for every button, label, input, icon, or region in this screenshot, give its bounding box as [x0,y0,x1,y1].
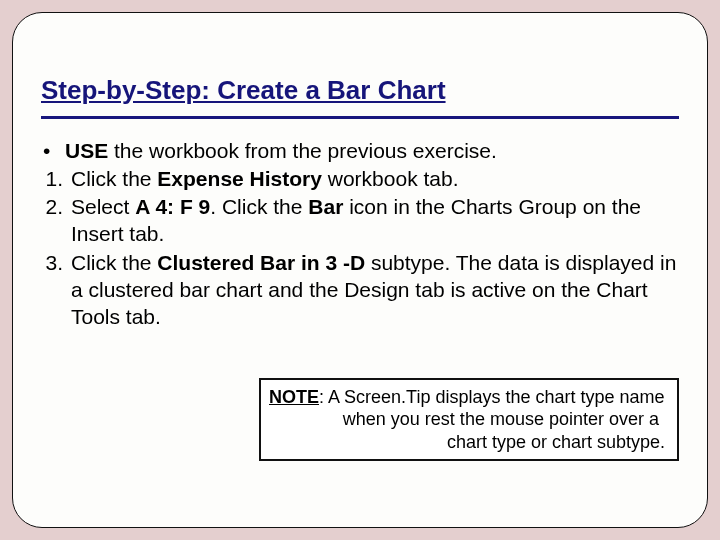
step-2-seg: Select [71,195,135,218]
step-text: Click the Clustered Bar in 3 -D subtype.… [71,249,679,331]
note-line-1-text: : A Screen.Tip displays the chart type n… [319,387,665,407]
step-2-seg: . Click the [210,195,308,218]
step-1-pre: Click the [71,167,157,190]
step-3-seg: Click the [71,251,157,274]
bullet-prefix: USE [65,139,108,162]
note-line-1: NOTE: A Screen.Tip displays the chart ty… [269,386,669,409]
note-box: NOTE: A Screen.Tip displays the chart ty… [259,378,679,462]
step-2-seg: A 4: F 9 [135,195,210,218]
slide-title: Step-by-Step: Create a Bar Chart [13,13,707,106]
bullet-rest: the workbook from the previous exercise. [108,139,497,162]
slide-card: Step-by-Step: Create a Bar Chart • USE t… [12,12,708,528]
note-line-3: chart type or chart subtype. [269,431,669,454]
step-row: 1. Click the Expense History workbook ta… [41,165,679,192]
step-number: 3. [41,249,71,331]
bullet-text: USE the workbook from the previous exerc… [65,137,679,164]
step-2-seg: Bar [308,195,343,218]
note-line-2: when you rest the mouse pointer over a [269,408,669,431]
bullet-row: • USE the workbook from the previous exe… [41,137,679,164]
step-row: 3. Click the Clustered Bar in 3 -D subty… [41,249,679,331]
step-3-seg: Clustered Bar in 3 -D [157,251,365,274]
step-row: 2. Select A 4: F 9. Click the Bar icon i… [41,193,679,248]
step-1-post: workbook tab. [322,167,459,190]
step-1-bold: Expense History [157,167,322,190]
step-number: 2. [41,193,71,248]
step-text: Click the Expense History workbook tab. [71,165,679,192]
step-number: 1. [41,165,71,192]
slide-content: • USE the workbook from the previous exe… [13,119,707,331]
step-text: Select A 4: F 9. Click the Bar icon in t… [71,193,679,248]
note-label: NOTE [269,387,319,407]
bullet-marker: • [41,137,65,164]
